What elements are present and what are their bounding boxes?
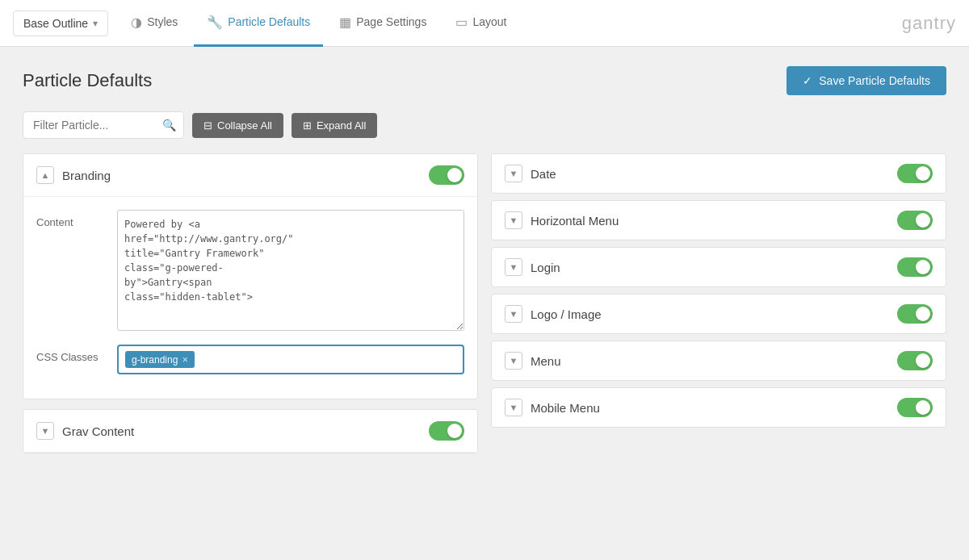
branding-collapse-icon[interactable]: ▲ (36, 166, 54, 184)
grav-content-toggle[interactable] (429, 421, 464, 441)
logo-image-toggle[interactable] (897, 304, 933, 324)
collapse-icon: ⊟ (203, 119, 212, 132)
tab-page-settings[interactable]: ▦ Page Settings (326, 0, 439, 47)
page-title: Particle Defaults (23, 70, 152, 91)
save-button-label: Save Particle Defaults (819, 74, 930, 87)
login-toggle-slider (897, 257, 933, 277)
tab-styles-label: Styles (147, 15, 178, 28)
grav-content-panel-header: ▼ Grav Content (23, 410, 477, 453)
tab-particle-defaults-label: Particle Defaults (228, 15, 310, 28)
grav-content-panel: ▼ Grav Content (23, 409, 478, 453)
filter-input-wrap: 🔍 (23, 111, 184, 139)
top-nav: Base Outline ▾ ◑ Styles 🔧 Particle Defau… (0, 0, 969, 47)
horizontal-menu-toggle-slider (897, 211, 933, 230)
right-panel-menu: ▼ Menu (491, 341, 946, 381)
content-textarea[interactable]: Powered by <a href="http://www.gantry.or… (117, 210, 464, 331)
branding-panel-body: Content Powered by <a href="http://www.g… (23, 197, 477, 399)
css-tag-g-branding: g-branding × (125, 351, 195, 368)
date-toggle-slider (897, 164, 933, 183)
login-expand-icon[interactable]: ▼ (505, 258, 522, 276)
branding-panel: ▲ Branding Content Powered by <a href="h… (23, 153, 478, 399)
branding-toggle-slider (429, 165, 464, 185)
outline-dropdown[interactable]: Base Outline ▾ (13, 10, 108, 36)
branding-toggle[interactable] (429, 165, 464, 185)
page-header: Particle Defaults ✓ Save Particle Defaul… (23, 66, 946, 95)
right-panel-date: ▼ Date (491, 153, 946, 194)
right-panel-mobile-menu: ▼ Mobile Menu (491, 387, 946, 428)
content-label: Content (36, 210, 117, 228)
menu-toggle[interactable] (897, 351, 933, 370)
mobile-menu-expand-icon[interactable]: ▼ (505, 399, 522, 416)
save-button[interactable]: ✓ Save Particle Defaults (787, 66, 946, 95)
tab-styles[interactable]: ◑ Styles (118, 0, 191, 47)
logo-image-expand-icon[interactable]: ▼ (505, 305, 522, 323)
css-classes-field-row: CSS Classes g-branding × (36, 345, 464, 374)
menu-expand-icon[interactable]: ▼ (505, 352, 522, 370)
mobile-menu-toggle[interactable] (897, 398, 933, 417)
css-classes-value-wrap: g-branding × (117, 345, 464, 374)
tab-layout-label: Layout (472, 15, 506, 28)
login-toggle[interactable] (897, 257, 933, 277)
styles-icon: ◑ (131, 15, 142, 30)
filter-bar: 🔍 ⊟ Collapse All ⊞ Expand All (23, 111, 946, 139)
right-panel-horizontal-menu: ▼ Horizontal Menu (491, 200, 946, 240)
branding-panel-header: ▲ Branding (23, 154, 477, 197)
css-classes-label: CSS Classes (36, 345, 117, 363)
horizontal-menu-toggle[interactable] (897, 211, 933, 230)
tag-remove-icon[interactable]: × (182, 353, 188, 366)
expand-all-label: Expand All (317, 119, 366, 132)
grav-content-expand-icon[interactable]: ▼ (36, 422, 54, 440)
left-column: ▲ Branding Content Powered by <a href="h… (23, 153, 478, 453)
page-settings-icon: ▦ (339, 15, 351, 30)
logo-image-title: Logo / Image (531, 307, 897, 321)
horizontal-menu-title: Horizontal Menu (531, 214, 897, 228)
content-value-wrap: Powered by <a href="http://www.gantry.or… (117, 210, 464, 333)
mobile-menu-toggle-slider (897, 398, 933, 417)
mobile-menu-title: Mobile Menu (531, 401, 897, 415)
menu-title: Menu (531, 354, 897, 368)
right-panel-login: ▼ Login (491, 247, 946, 287)
logo-image-toggle-slider (897, 304, 933, 324)
tag-label: g-branding (132, 354, 178, 366)
tab-layout[interactable]: ▭ Layout (443, 0, 519, 47)
date-title: Date (531, 167, 897, 181)
main-content: Particle Defaults ✓ Save Particle Defaul… (0, 47, 969, 560)
date-expand-icon[interactable]: ▼ (505, 165, 522, 182)
date-toggle[interactable] (897, 164, 933, 183)
panels-grid: ▲ Branding Content Powered by <a href="h… (23, 153, 946, 453)
right-column: ▼ Date ▼ Horizontal Menu ▼ Login ▼ Logo … (491, 153, 946, 453)
outline-dropdown-label: Base Outline (23, 17, 88, 30)
filter-input[interactable] (23, 111, 184, 139)
chevron-down-icon: ▾ (93, 18, 98, 29)
branding-title: Branding (62, 169, 429, 182)
collapse-all-button[interactable]: ⊟ Collapse All (192, 113, 283, 138)
particle-defaults-icon: 🔧 (207, 15, 223, 30)
tab-particle-defaults[interactable]: 🔧 Particle Defaults (194, 0, 323, 47)
grav-content-toggle-slider (429, 421, 464, 441)
brand-logo: gantry (902, 13, 956, 34)
right-panel-logo-image: ▼ Logo / Image (491, 294, 946, 334)
content-field-row: Content Powered by <a href="http://www.g… (36, 210, 464, 333)
expand-all-button[interactable]: ⊞ Expand All (292, 113, 377, 138)
login-title: Login (531, 261, 897, 274)
grav-content-title: Grav Content (62, 424, 429, 438)
layout-icon: ▭ (455, 15, 468, 30)
horizontal-menu-expand-icon[interactable]: ▼ (505, 211, 522, 229)
checkmark-icon: ✓ (803, 74, 812, 87)
tab-page-settings-label: Page Settings (356, 15, 426, 28)
menu-toggle-slider (897, 351, 933, 370)
css-classes-tags-input[interactable]: g-branding × (117, 345, 464, 374)
collapse-all-label: Collapse All (217, 119, 272, 132)
expand-icon: ⊞ (303, 119, 312, 132)
